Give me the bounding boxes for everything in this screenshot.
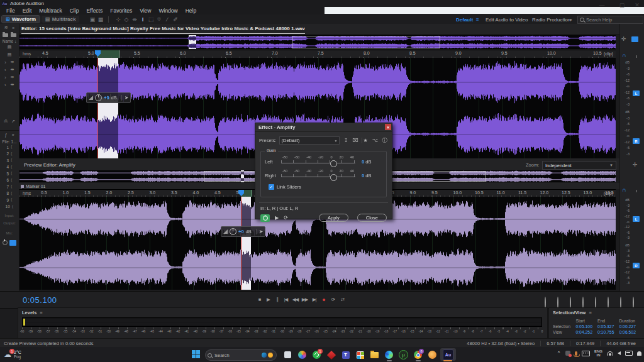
import-file-icon[interactable]: [11, 33, 16, 37]
effect-slot-1[interactable]: 1⟨: [0, 144, 19, 151]
view-end-value[interactable]: 0:10.755: [597, 329, 619, 335]
gain-hud[interactable]: +0 dB ➤: [86, 92, 131, 103]
hud-pin-icon[interactable]: ➤: [121, 95, 129, 101]
spectral-display-icon[interactable]: ▣: [88, 16, 96, 23]
workspace-radio-production[interactable]: Radio Production: [532, 17, 570, 23]
preview-left-channel-badge[interactable]: L: [633, 216, 640, 222]
open-file-icon[interactable]: [3, 33, 8, 37]
info-icon[interactable]: ⓘ: [381, 137, 388, 144]
battery-icon[interactable]: [625, 351, 633, 356]
copilot-icon[interactable]: [297, 349, 308, 360]
left-gain-value[interactable]: 0: [362, 159, 364, 165]
close-button[interactable]: ✕: [630, 2, 644, 8]
file-list-item-icon[interactable]: ▤: [8, 52, 12, 57]
file-row-expand-icon[interactable]: ›: [4, 75, 6, 80]
preview-gain-hud[interactable]: +0 dB ➤: [221, 226, 265, 237]
file-overview-waveform[interactable]: [19, 35, 616, 49]
effect-slot-10[interactable]: 10⟨: [0, 204, 19, 211]
start-button[interactable]: [192, 350, 201, 359]
paintbrush-tool-icon[interactable]: ✐: [171, 16, 179, 23]
right-gain-slider[interactable]: -80-60-40-2002040: [281, 169, 355, 182]
effect-slot-9[interactable]: 9⟨: [0, 197, 19, 204]
zoom-navigator-icon[interactable]: ✛: [621, 36, 626, 42]
maximize-button[interactable]: ▢: [615, 2, 629, 8]
task-view-button[interactable]: [282, 349, 293, 360]
favorite-star-icon[interactable]: ★: [362, 138, 369, 143]
workspace-edit-audio-to-video[interactable]: Edit Audio to Video: [486, 17, 528, 23]
app-icon-diamond[interactable]: [326, 349, 336, 360]
edge-icon[interactable]: [384, 349, 394, 360]
stop-button[interactable]: ■: [255, 297, 264, 302]
language-indicator[interactable]: ENGIN: [594, 349, 602, 357]
files-panel-icon[interactable]: ≋: [4, 25, 8, 30]
marker-label[interactable]: Marker 01: [26, 184, 46, 189]
marker-flag-icon[interactable]: [21, 185, 24, 188]
levels-menu-icon[interactable]: ≡: [40, 310, 42, 315]
play-button[interactable]: ▶: [264, 297, 272, 302]
move-tool-icon[interactable]: ⊹: [114, 16, 122, 23]
dialog-close-button[interactable]: ✕: [385, 124, 391, 130]
preview-zoom-dropdown[interactable]: Independent ▼: [542, 161, 616, 170]
file-row-expand-icon[interactable]: ›: [4, 60, 6, 65]
preview-snap-magnet-icon[interactable]: ∩: [622, 187, 626, 193]
record-button[interactable]: ●: [319, 297, 328, 303]
spot-healing-tool-icon[interactable]: ∕: [163, 16, 171, 23]
tab-editor[interactable]: Editor: 15 seconds [Intro Background Mus…: [21, 26, 305, 34]
rack-list-icon[interactable]: [9, 240, 16, 246]
weather-widget[interactable]: ☁ 1 2°CFog: [4, 350, 21, 359]
effect-slot-6[interactable]: 6⟨: [0, 177, 19, 184]
skip-to-end-button[interactable]: ▶|: [310, 297, 318, 302]
microsoft-store-icon[interactable]: [355, 349, 365, 360]
marquee-selection-tool-icon[interactable]: ⬚: [147, 16, 155, 23]
right-gain-knob[interactable]: [330, 174, 337, 181]
workspace-overflow-icon[interactable]: »: [569, 17, 572, 23]
export-icon[interactable]: ⎙: [4, 119, 8, 124]
waveform-file-icon[interactable]: ⇹: [11, 75, 14, 80]
multitrack-mode-button[interactable]: ▤ Multitrack: [42, 16, 79, 23]
tray-notification-icon[interactable]: [565, 351, 570, 356]
share-icon[interactable]: ↗: [11, 119, 15, 124]
waveform-mode-button[interactable]: ⊞ Waveform: [2, 16, 40, 23]
effects-rack-icon[interactable]: ƒ: [4, 133, 7, 137]
apply-button[interactable]: Apply: [319, 214, 348, 222]
pause-button[interactable]: ∥: [273, 297, 281, 302]
effect-slot-5[interactable]: 5⟨: [0, 170, 19, 177]
files-name-header[interactable]: Name ↓: [0, 39, 19, 43]
time-selection-tool-icon[interactable]: I: [138, 16, 147, 23]
effect-power-toggle[interactable]: [260, 214, 270, 222]
slip-tool-icon[interactable]: ⇹: [130, 16, 138, 23]
dialog-titlebar[interactable]: Effect - Amplify ✕: [255, 123, 392, 132]
preview-hud-gain-knob[interactable]: [230, 228, 236, 235]
tray-chevron-icon[interactable]: ⌃: [557, 351, 561, 356]
menu-clip[interactable]: Clip: [66, 8, 83, 14]
preview-right-channel-badge[interactable]: R: [633, 263, 640, 268]
selection-start-value[interactable]: 0:05.100: [575, 324, 597, 329]
right-channel-badge[interactable]: R: [633, 138, 640, 144]
tab-mixer[interactable]: Mixer: [234, 26, 247, 31]
razor-tool-icon[interactable]: ◇: [122, 16, 130, 23]
whatsapp-icon[interactable]: 1: [311, 349, 322, 360]
microphone-in-use-icon[interactable]: [575, 351, 577, 356]
menu-window[interactable]: Window: [155, 8, 181, 14]
current-time-display[interactable]: 0:05.100: [23, 295, 57, 305]
selection-end-value[interactable]: 0:05.327: [597, 324, 619, 329]
fast-forward-button[interactable]: ▶▶: [301, 297, 309, 302]
audition-taskbar-icon[interactable]: Au: [440, 348, 456, 361]
minimize-button[interactable]: —: [595, 2, 609, 8]
file-explorer-icon[interactable]: [369, 349, 380, 360]
loop-playback-button[interactable]: ⟳: [329, 297, 337, 302]
panel-menu-icon[interactable]: ≡: [225, 26, 228, 31]
view-start-value[interactable]: 0:04.252: [575, 329, 597, 335]
routing-icon[interactable]: ⌥: [372, 138, 379, 143]
snap-magnet-icon[interactable]: ∩: [622, 52, 626, 58]
workspace-default[interactable]: Default: [456, 17, 473, 23]
download-manager-icon[interactable]: [427, 349, 438, 360]
save-preset-icon[interactable]: ↧: [342, 138, 349, 143]
preview-hud-pin-icon[interactable]: ➤: [256, 229, 264, 234]
pitch-display-icon[interactable]: ▦: [96, 16, 104, 23]
file-list-item-icon[interactable]: ▤: [8, 45, 12, 50]
menu-file[interactable]: File: [3, 8, 19, 14]
link-sliders-control[interactable]: ✓ Link Sliders: [269, 184, 386, 190]
lasso-selection-tool-icon[interactable]: ⌾: [155, 16, 163, 23]
waveform-file-icon[interactable]: ⇹: [11, 82, 14, 87]
